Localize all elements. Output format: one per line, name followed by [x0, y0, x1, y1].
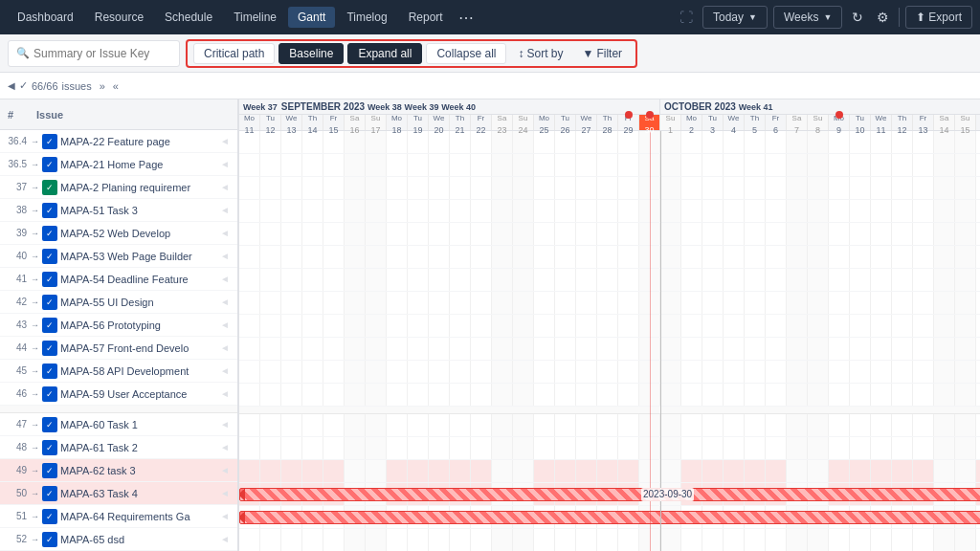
- gantt-cell: [787, 414, 808, 436]
- row-bookmark-icon[interactable]: ◄: [220, 419, 234, 430]
- gantt-cell: [302, 529, 323, 551]
- issue-row[interactable]: 50 → ✓ MAPA-63 Task 4 ◄: [0, 482, 237, 505]
- row-bookmark-icon[interactable]: ◄: [220, 465, 234, 475]
- gantt-bar-49: [239, 488, 980, 501]
- gantt-cell: [660, 315, 681, 337]
- expand-all-button[interactable]: Expand all: [347, 43, 422, 64]
- gantt-area[interactable]: Week 37SEPTEMBER 2023 Week 38 Week 39 We…: [239, 99, 980, 551]
- issue-row[interactable]: 37 → ✓ MAPA-2 Planing requiremer ◄: [0, 176, 237, 199]
- row-bookmark-icon[interactable]: ◄: [220, 182, 234, 192]
- fast-back-icon[interactable]: «: [113, 80, 119, 92]
- gantt-cell: [534, 200, 555, 222]
- issue-row[interactable]: 41 → ✓ MAPA-54 Deadline Feature ◄: [0, 268, 237, 291]
- gantt-cell: [745, 246, 766, 268]
- issue-row[interactable]: 49 → ✓ MAPA-62 task 3 ◄: [0, 459, 237, 482]
- gantt-cell: [681, 177, 702, 199]
- gantt-cell: [766, 414, 787, 436]
- gantt-cell: [471, 154, 492, 176]
- row-indent-arrow: →: [31, 298, 42, 307]
- gantt-cell: [913, 223, 934, 245]
- row-bookmark-icon[interactable]: ◄: [220, 136, 234, 146]
- nav-dashboard[interactable]: Dashboard: [8, 7, 83, 28]
- gantt-cell: [366, 414, 387, 436]
- issue-row[interactable]: 51 → ✓ MAPA-64 Requirements Ga ◄: [0, 505, 237, 528]
- nav-schedule[interactable]: Schedule: [155, 7, 222, 28]
- search-box[interactable]: 🔍: [8, 40, 180, 67]
- gantt-cell: [724, 437, 745, 459]
- gantt-cell: [639, 292, 660, 314]
- gantt-cell: [492, 414, 513, 436]
- gantt-cell: [281, 529, 302, 551]
- day-cell: Fr6: [766, 115, 787, 130]
- row-bookmark-icon[interactable]: ◄: [220, 511, 234, 521]
- issue-row[interactable]: 36.5 → ✓ MAPA-21 Home Page ◄: [0, 153, 237, 176]
- critical-path-button[interactable]: Critical path: [193, 43, 275, 64]
- row-bookmark-icon[interactable]: ◄: [220, 320, 234, 330]
- fullscreen-icon[interactable]: ⛶: [676, 6, 697, 29]
- issue-row[interactable]: 45 → ✓ MAPA-58 API Development ◄: [0, 360, 237, 383]
- row-bookmark-icon[interactable]: ◄: [220, 488, 234, 498]
- issue-row[interactable]: 36.4 → ✓ MAPA-22 Feature page ◄: [0, 130, 237, 153]
- today-button[interactable]: Today ▼: [702, 6, 768, 29]
- left-collapse-icon[interactable]: ◀: [8, 80, 15, 91]
- gantt-cell: [787, 338, 808, 360]
- row-bookmark-icon[interactable]: ◄: [220, 159, 234, 169]
- gantt-cell: [892, 414, 913, 436]
- gantt-cell: [260, 437, 281, 459]
- gantt-cell: [513, 177, 534, 199]
- row-indent-arrow: →: [31, 229, 42, 238]
- issue-row[interactable]: 48 → ✓ MAPA-61 Task 2 ◄: [0, 436, 237, 459]
- gantt-cell: [976, 269, 980, 291]
- row-bookmark-icon[interactable]: ◄: [220, 205, 234, 215]
- row-bookmark-icon[interactable]: ◄: [220, 388, 234, 399]
- issue-row[interactable]: 42 → ✓ MAPA-55 UI Design ◄: [0, 291, 237, 314]
- refresh-icon[interactable]: ↻: [848, 6, 867, 29]
- issue-title: MAPA-22 Feature page: [60, 136, 220, 147]
- nav-timeline[interactable]: Timeline: [224, 7, 286, 28]
- issue-row[interactable]: 47 → ✓ MAPA-60 Task 1 ◄: [0, 413, 237, 436]
- nav-resource[interactable]: Resource: [85, 7, 153, 28]
- row-bookmark-icon[interactable]: ◄: [220, 274, 234, 284]
- nav-timelog[interactable]: Timelog: [337, 7, 396, 28]
- collapse-all-button[interactable]: Collapse all: [426, 43, 506, 64]
- row-bookmark-icon[interactable]: ◄: [220, 442, 234, 452]
- issue-row[interactable]: 39 → ✓ MAPA-52 Web Develop ◄: [0, 222, 237, 245]
- nav-more[interactable]: ⋯: [458, 9, 474, 27]
- expand-nav-icon[interactable]: »: [100, 80, 105, 92]
- issue-row[interactable]: 40 → ✓ MAPA-53 Web Page Builder ◄: [0, 245, 237, 268]
- sort-button[interactable]: ↕ Sort by: [510, 44, 570, 63]
- gantt-cell: [345, 460, 366, 482]
- gantt-cell: [492, 315, 513, 337]
- row-bookmark-icon[interactable]: ◄: [220, 228, 234, 238]
- row-bookmark-icon[interactable]: ◄: [220, 342, 234, 353]
- nav-report[interactable]: Report: [399, 7, 453, 28]
- gantt-cell: [681, 414, 702, 436]
- gantt-cell: [660, 200, 681, 222]
- gantt-cell: [871, 529, 892, 551]
- issue-row[interactable]: 44 → ✓ MAPA-57 Front-end Develo ◄: [0, 337, 237, 360]
- separator-row: [0, 406, 237, 413]
- settings-icon[interactable]: ⚙: [873, 6, 893, 29]
- gantt-cell: [471, 384, 492, 406]
- search-input[interactable]: [33, 47, 171, 60]
- row-bookmark-icon[interactable]: ◄: [220, 297, 234, 307]
- baseline-button[interactable]: Baseline: [278, 43, 344, 64]
- gantt-row: [239, 414, 980, 437]
- issue-row[interactable]: 38 → ✓ MAPA-51 Task 3 ◄: [0, 199, 237, 222]
- gantt-cell: [850, 154, 871, 176]
- row-bookmark-icon[interactable]: ◄: [220, 251, 234, 261]
- issue-row[interactable]: 46 → ✓ MAPA-59 User Acceptance ◄: [0, 383, 237, 406]
- filter-button[interactable]: ▼ Filter: [575, 44, 631, 63]
- export-button[interactable]: ⬆ Export: [905, 6, 972, 29]
- row-bookmark-icon[interactable]: ◄: [220, 534, 234, 544]
- gantt-cell: [281, 315, 302, 337]
- gantt-cell: [976, 177, 980, 199]
- issue-type-icon: ✓: [42, 341, 57, 356]
- gantt-cell: [850, 384, 871, 406]
- gantt-cell: [745, 200, 766, 222]
- issue-row[interactable]: 52 → ✓ MAPA-65 dsd ◄: [0, 528, 237, 551]
- weeks-button[interactable]: Weeks ▼: [773, 6, 842, 29]
- row-bookmark-icon[interactable]: ◄: [220, 365, 234, 376]
- nav-gantt[interactable]: Gantt: [288, 7, 335, 28]
- issue-row[interactable]: 43 → ✓ MAPA-56 Prototyping ◄: [0, 314, 237, 337]
